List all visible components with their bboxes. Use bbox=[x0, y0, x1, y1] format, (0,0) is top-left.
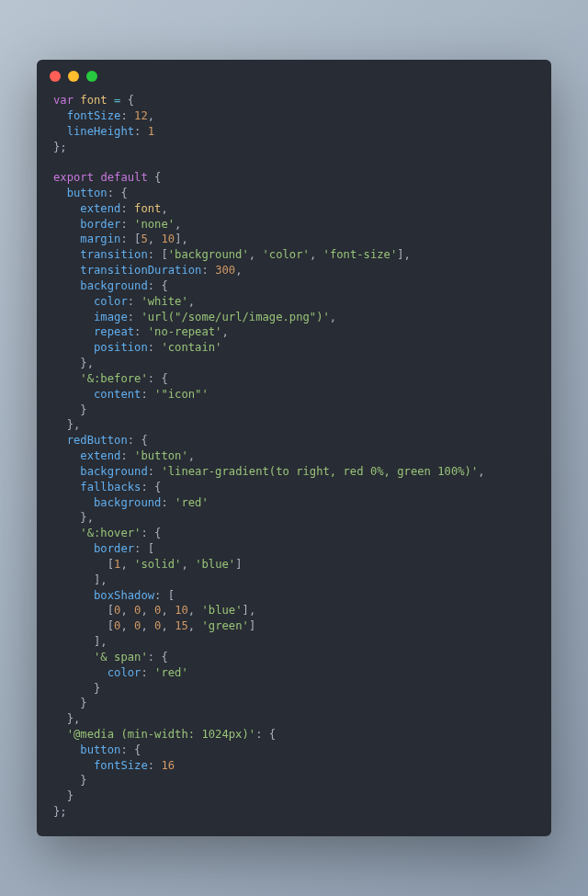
code-token: 300 bbox=[215, 264, 235, 277]
code-token: var bbox=[53, 94, 74, 107]
code-token: } bbox=[53, 789, 74, 802]
code-token: background bbox=[80, 465, 147, 478]
code-token: fallbacks bbox=[80, 481, 141, 493]
code-token: background bbox=[94, 496, 161, 509]
code-token bbox=[53, 496, 94, 509]
code-token: , bbox=[175, 218, 181, 231]
code-token: : [ bbox=[154, 589, 175, 602]
code-token bbox=[53, 527, 80, 539]
code-token: : bbox=[120, 202, 134, 215]
code-token: button bbox=[67, 187, 107, 199]
code-token: , bbox=[161, 604, 175, 617]
code-token: } bbox=[53, 697, 87, 709]
code-token: , bbox=[148, 233, 162, 245]
code-token bbox=[53, 542, 94, 555]
code-token: , bbox=[249, 248, 263, 261]
code-token: ], bbox=[175, 233, 188, 245]
code-token bbox=[53, 434, 67, 447]
code-token: [ bbox=[53, 619, 114, 632]
code-token: , bbox=[188, 619, 202, 632]
code-token: : { bbox=[128, 434, 148, 447]
code-token: : { bbox=[148, 651, 168, 663]
close-icon[interactable] bbox=[50, 71, 61, 82]
code-token: ], bbox=[397, 248, 411, 261]
code-token: : { bbox=[141, 527, 161, 539]
code-token bbox=[53, 279, 80, 292]
minimize-icon[interactable] bbox=[68, 71, 79, 82]
code-token: : bbox=[120, 218, 134, 231]
code-token: }, bbox=[53, 712, 80, 725]
code-token: : [ bbox=[120, 233, 141, 245]
code-token bbox=[53, 589, 94, 602]
code-token: 'none' bbox=[134, 218, 175, 231]
code-token: color bbox=[107, 666, 141, 679]
code-token: 'white' bbox=[141, 295, 187, 308]
code-token: 10 bbox=[175, 604, 188, 617]
code-token bbox=[53, 372, 80, 385]
code-token: '&:hover' bbox=[80, 527, 141, 539]
code-token: font bbox=[134, 202, 161, 215]
code-token: 'solid' bbox=[134, 558, 181, 571]
code-token: }, bbox=[53, 357, 94, 369]
code-token: , bbox=[120, 604, 134, 617]
code-token: [ bbox=[53, 558, 114, 571]
code-token: : bbox=[148, 465, 162, 478]
code-token bbox=[53, 465, 80, 478]
code-token: : bbox=[128, 295, 141, 308]
code-block: var font = { fontSize: 12, lineHeight: 1… bbox=[37, 93, 551, 820]
code-token: 10 bbox=[161, 233, 175, 245]
code-token: }, bbox=[53, 511, 94, 524]
code-token: [ bbox=[53, 604, 114, 617]
code-token bbox=[53, 666, 107, 679]
code-token: } bbox=[53, 682, 100, 695]
code-token bbox=[53, 311, 94, 323]
code-token: margin bbox=[80, 233, 120, 245]
code-token: ] bbox=[249, 619, 255, 632]
code-token: export bbox=[53, 171, 94, 184]
code-token bbox=[53, 109, 67, 122]
code-token: }; bbox=[53, 805, 67, 818]
code-token: extend bbox=[80, 202, 120, 215]
zoom-icon[interactable] bbox=[86, 71, 97, 82]
code-token: 'linear-gradient(to right, red 0%, green… bbox=[161, 465, 478, 478]
code-token bbox=[53, 481, 80, 493]
code-token: 5 bbox=[141, 233, 147, 245]
code-token: '"icon"' bbox=[154, 388, 209, 401]
code-token: border bbox=[94, 542, 134, 555]
code-token: , bbox=[148, 109, 154, 122]
code-token bbox=[53, 651, 94, 663]
code-token: 'red' bbox=[154, 666, 188, 679]
window-titlebar bbox=[37, 60, 551, 93]
code-token bbox=[53, 325, 94, 338]
code-token bbox=[53, 341, 94, 354]
code-token: : [ bbox=[148, 248, 168, 261]
code-token: ], bbox=[243, 604, 256, 617]
code-token bbox=[107, 94, 114, 107]
code-token: } bbox=[53, 403, 87, 416]
code-token: , bbox=[141, 619, 154, 632]
code-token: : bbox=[120, 109, 134, 122]
code-token bbox=[53, 125, 67, 138]
code-token: image bbox=[94, 311, 128, 323]
code-token: 12 bbox=[134, 109, 148, 122]
code-token: : { bbox=[107, 187, 128, 199]
code-token: , bbox=[235, 264, 242, 277]
code-token: border bbox=[80, 218, 120, 231]
code-token bbox=[53, 248, 80, 261]
code-token: lineHeight bbox=[67, 125, 134, 138]
code-token: : { bbox=[148, 372, 168, 385]
code-token: font bbox=[80, 94, 107, 107]
code-token: : bbox=[128, 311, 141, 323]
code-token: , bbox=[478, 465, 484, 478]
code-token bbox=[53, 728, 67, 741]
code-token: 'green' bbox=[202, 619, 249, 632]
code-token: , bbox=[188, 295, 195, 308]
code-token: 'url("/some/url/image.png")' bbox=[141, 311, 329, 323]
code-token: : { bbox=[120, 743, 141, 756]
code-token: position bbox=[94, 341, 148, 354]
code-token: fontSize bbox=[67, 109, 121, 122]
code-token: }; bbox=[53, 141, 67, 153]
code-token bbox=[53, 264, 80, 277]
code-token: : bbox=[201, 264, 215, 277]
code-token: : [ bbox=[134, 542, 154, 555]
